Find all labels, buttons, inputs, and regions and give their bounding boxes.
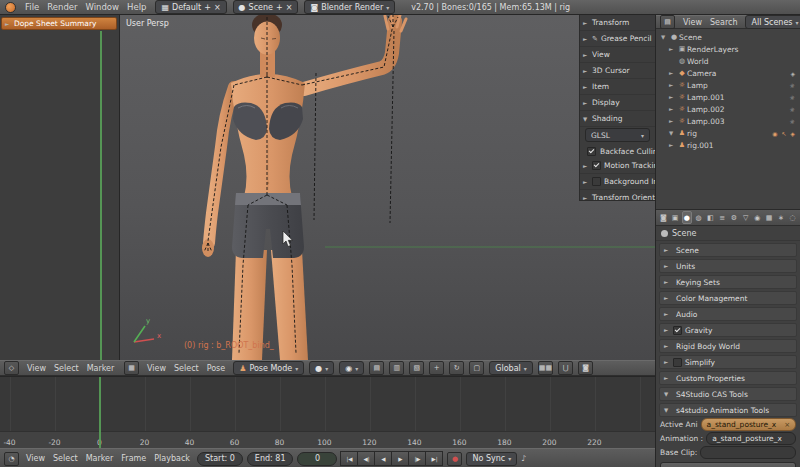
transform-orientation-selector[interactable]: Global ▾: [489, 361, 533, 375]
expander-icon[interactable]: ►: [669, 70, 677, 76]
speaker-icon[interactable]: ♪: [521, 454, 526, 463]
expander-icon[interactable]: ►: [669, 94, 677, 100]
playback-button[interactable]: ▶|: [425, 451, 443, 466]
outliner-item-label[interactable]: Lamp: [687, 81, 708, 90]
properties-tab-icon[interactable]: ▽: [740, 211, 751, 224]
outliner-display-mode-selector[interactable]: All Scenes ▾: [745, 15, 800, 29]
outliner-row[interactable]: ► ◆ Camera ◈: [656, 67, 800, 79]
playback-button[interactable]: |▶: [408, 451, 426, 466]
outliner-item-label[interactable]: rig: [687, 129, 697, 138]
properties-tab-icon[interactable]: ◉: [752, 211, 763, 224]
properties-tab-icon[interactable]: ◙: [658, 211, 669, 224]
outliner-item-label[interactable]: rig.001: [687, 141, 714, 150]
menu-item[interactable]: View: [144, 364, 169, 373]
manipulator-rotate-button[interactable]: ↻: [449, 361, 464, 375]
properties-panel-header[interactable]: ► Simplify: [659, 355, 797, 369]
panel-grease-pencil[interactable]: ► ✎ Grease Pencil: [580, 31, 655, 47]
menu-item[interactable]: Marker: [83, 454, 117, 463]
copy-pose-button[interactable]: ▤: [369, 361, 384, 375]
panel-expander-icon[interactable]: ►: [664, 375, 670, 381]
properties-tab-icon[interactable]: ∗: [776, 211, 787, 224]
checkbox-checked-icon[interactable]: [587, 147, 596, 156]
properties-tab-icon[interactable]: ◌: [787, 211, 798, 224]
backface-culling-toggle[interactable]: Backface Culling: [580, 144, 655, 158]
panel-checkbox[interactable]: [673, 358, 682, 367]
outliner-row[interactable]: ◍ World: [656, 55, 800, 67]
pivot-selector[interactable]: ◉ ▾: [339, 361, 364, 375]
paste-flipped-pose-button[interactable]: ▧: [409, 361, 424, 375]
properties-tab-icon[interactable]: ▦: [764, 211, 775, 224]
add-scene-icon[interactable]: +: [276, 3, 283, 12]
menu-item[interactable]: Frame: [118, 454, 149, 463]
outliner-row[interactable]: ▼ ♟ rig ◉ ↖ ◈: [656, 127, 800, 139]
outliner-row[interactable]: ► ▣ RenderLayers: [656, 43, 800, 55]
viewport-3d[interactable]: User Persp (0) rig : b_ROOT_bind_ x y ► …: [120, 15, 655, 360]
properties-tab-icon[interactable]: ●: [682, 211, 693, 224]
panel-expander-icon[interactable]: ►: [664, 327, 670, 333]
properties-panel-header[interactable]: ▼ s4studio Animation Tools: [659, 403, 797, 417]
properties-tab-icon[interactable]: ⚙: [729, 211, 740, 224]
screen-layout-selector[interactable]: ▦ Default + ×: [155, 0, 226, 14]
animation-field[interactable]: a_stand_posture_x: [706, 432, 796, 445]
properties-panel-header[interactable]: ► Units: [659, 259, 797, 273]
visibility-icons[interactable]: ☼: [790, 94, 796, 101]
manipulator-translate-button[interactable]: +: [429, 361, 444, 375]
checkbox-icon[interactable]: [592, 177, 601, 186]
blender-logo-icon[interactable]: [5, 2, 16, 13]
manipulator-scale-button[interactable]: ▢: [469, 361, 484, 375]
checkbox-checked-icon[interactable]: [592, 161, 601, 170]
properties-panel-header[interactable]: ▼ S4Studio CAS Tools: [659, 387, 797, 401]
paste-pose-button[interactable]: ▥: [389, 361, 404, 375]
outliner-item-label[interactable]: Scene: [679, 33, 702, 42]
expander-icon[interactable]: ►: [669, 106, 677, 112]
panel-expander-icon[interactable]: ▼: [664, 407, 670, 413]
outliner-item-label[interactable]: Camera: [687, 69, 716, 78]
menu-item[interactable]: Select: [51, 364, 82, 373]
expander-icon[interactable]: ►: [669, 142, 677, 148]
glsl-dropdown[interactable]: GLSL ▾: [585, 128, 650, 142]
outliner-row[interactable]: ► ♟ rig.001: [656, 139, 800, 151]
menu-item[interactable]: View: [23, 454, 48, 463]
menu-item[interactable]: Select: [50, 454, 81, 463]
scene-selector[interactable]: ● Scene + ×: [233, 0, 299, 14]
reset-rig-button[interactable]: Reset Rig: [660, 462, 796, 467]
properties-panel-header[interactable]: ► Keying Sets: [659, 275, 797, 289]
active-animation-field[interactable]: a_stand_posture_x ×: [701, 418, 796, 431]
expander-icon[interactable]: ▼: [661, 34, 669, 40]
visibility-icons[interactable]: ☼: [790, 106, 796, 113]
menu-item[interactable]: View: [680, 18, 705, 27]
properties-panel-header[interactable]: ► Rigid Body World: [659, 339, 797, 353]
expander-icon[interactable]: ►: [669, 46, 677, 52]
panel-3d-cursor[interactable]: ► 3D Cursor: [580, 63, 655, 79]
current-frame-line[interactable]: [100, 31, 102, 360]
properties-tab-icon[interactable]: ≡: [717, 211, 728, 224]
properties-panel-header[interactable]: ► Custom Properties: [659, 371, 797, 385]
visibility-icons[interactable]: ◉ ↖ ◈: [772, 130, 796, 137]
outliner-row[interactable]: ► ☼ Lamp.003 ☼: [656, 115, 800, 127]
close-scene-icon[interactable]: ×: [286, 3, 293, 12]
outliner-item-label[interactable]: World: [687, 57, 709, 66]
menu-item[interactable]: Search: [707, 18, 740, 27]
sync-mode-selector[interactable]: No Sync ▾: [466, 452, 517, 466]
close-layout-icon[interactable]: ×: [214, 3, 221, 12]
editor-type-button[interactable]: ◔: [4, 452, 19, 466]
panel-expander-icon[interactable]: ▼: [664, 391, 670, 397]
panel-motion-tracking[interactable]: ► Motion Tracking: [580, 158, 655, 174]
record-button[interactable]: ●: [447, 452, 462, 466]
properties-editor[interactable]: ◙▣●◍◧≡⚙▽◉▦∗◌ Scene ► Scene ► U: [656, 210, 800, 467]
properties-panel-header[interactable]: ► Scene: [659, 243, 797, 257]
outliner-editor[interactable]: ▤ ViewSearch All Scenes ▾ ▼ ● Scene: [656, 15, 800, 210]
visibility-icons[interactable]: ☼: [790, 82, 796, 89]
playback-button[interactable]: ◀|: [357, 451, 375, 466]
properties-panel-header[interactable]: ► Color Management: [659, 291, 797, 305]
panel-shading[interactable]: ▼ Shading: [580, 111, 655, 127]
panel-transform-orientations[interactable]: ► Transform Orientat: [580, 190, 655, 201]
panel-expander-icon[interactable]: ►: [664, 279, 670, 285]
playback-button[interactable]: ◀: [374, 451, 392, 466]
panel-expander-icon[interactable]: ►: [664, 247, 670, 253]
outliner-item-label[interactable]: RenderLayers: [687, 45, 739, 54]
frame-start-field[interactable]: Start: 0: [197, 452, 243, 466]
panel-expander-icon[interactable]: ►: [664, 311, 670, 317]
current-frame-field[interactable]: 0: [297, 452, 337, 466]
current-frame-line[interactable]: [99, 377, 101, 448]
